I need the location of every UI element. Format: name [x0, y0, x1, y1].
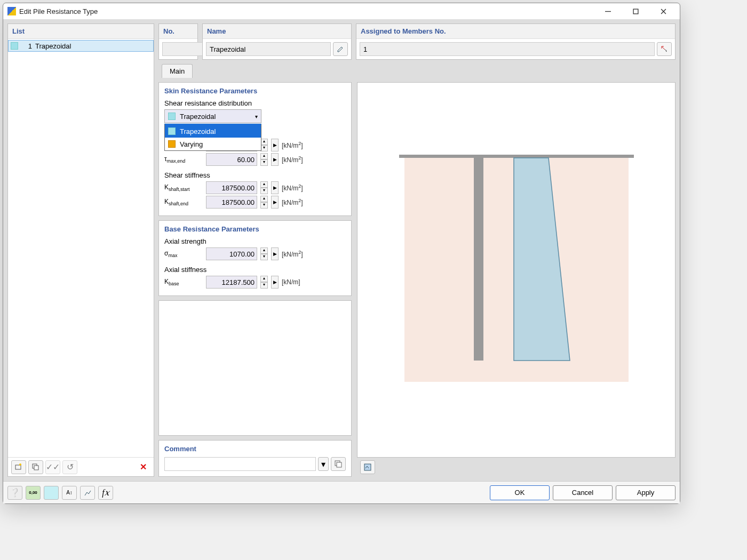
apply-button[interactable]: Apply [616, 485, 676, 500]
kshaft-start-input[interactable] [206, 181, 257, 194]
unit-label: [kN/m2] [282, 250, 303, 258]
chevron-down-icon: ▾ [255, 114, 258, 119]
window-title: Edit Pile Resistance Type [19, 7, 98, 15]
distribution-selected: Trapezoidal [180, 113, 216, 121]
bottom-toolbar: ❔ 0,00 A↕ f𝑥 OK Cancel Apply [3, 481, 680, 503]
units-button[interactable]: 0,00 [26, 486, 41, 500]
dist-label: Shear resistance distribution [164, 99, 346, 107]
reset-button[interactable]: ↺ [62, 460, 77, 474]
spinner[interactable]: ▲▼ [260, 153, 268, 166]
axial-strength-label: Axial strength [164, 237, 346, 245]
spinner[interactable]: ▲▼ [260, 196, 268, 209]
preview-viewport[interactable] [357, 82, 676, 458]
unit-label: [kN/m] [282, 278, 300, 286]
step-button[interactable]: ▶ [271, 181, 279, 194]
sigma-max-row: σmax ▲▼ ▶ [kN/m2] [164, 247, 346, 260]
svg-point-5 [19, 463, 21, 466]
maximize-button[interactable] [623, 3, 648, 19]
ok-button[interactable]: OK [490, 485, 550, 500]
base-group-title: Base Resistance Parameters [164, 225, 346, 233]
minimize-button[interactable] [595, 3, 620, 19]
step-button[interactable]: ▶ [271, 139, 279, 151]
edit-name-button[interactable] [333, 42, 348, 56]
name-input[interactable] [206, 42, 331, 56]
list-toolbar: ✓✓ ↺ ✕ [8, 457, 154, 476]
delete-icon: ✕ [140, 462, 147, 472]
delete-button[interactable]: ✕ [136, 460, 150, 474]
distribution-dropdown[interactable]: Trapezoidal ▾ [164, 109, 261, 123]
step-button[interactable]: ▶ [271, 153, 279, 166]
distribution-option-trapezoidal[interactable]: Trapezoidal [165, 125, 261, 138]
spinner[interactable]: ▲▼ [260, 247, 268, 260]
name-header: Name [203, 24, 351, 39]
svg-rect-1 [633, 9, 638, 14]
color-swatch-icon [168, 140, 176, 148]
preview-settings-button[interactable] [360, 460, 375, 474]
cancel-button[interactable]: Cancel [553, 485, 613, 500]
new-item-button[interactable] [11, 460, 26, 474]
svg-rect-11 [399, 155, 634, 158]
distribution-option-varying[interactable]: Varying [165, 138, 261, 150]
help-button[interactable]: ❔ [7, 486, 22, 500]
step-button[interactable]: ▶ [271, 276, 279, 289]
tmax-end-label: τmax,end [164, 155, 203, 164]
sigma-max-input[interactable] [206, 247, 257, 260]
pile-diagram-icon [399, 147, 634, 393]
list-body[interactable]: 1 Trapezoidal [8, 39, 154, 457]
formula-button[interactable]: f𝑥 [98, 486, 113, 500]
svg-rect-12 [474, 158, 483, 361]
list-header: List [8, 24, 154, 39]
skin-group: Skin Resistance Parameters Shear resista… [158, 82, 352, 216]
comment-group: Comment ▾ [158, 440, 352, 477]
spinner[interactable]: ▲▼ [260, 276, 268, 289]
checklist-button[interactable]: ✓✓ [45, 460, 60, 474]
kbase-row: Kbase ▲▼ ▶ [kN/m] [164, 276, 346, 289]
dialog-window: Edit Pile Resistance Type List 1 Trapezo… [3, 3, 680, 504]
unit-label: [kN/m2] [282, 183, 303, 192]
assign-input[interactable] [360, 42, 655, 56]
tmax-end-input[interactable] [206, 153, 257, 166]
title-bar: Edit Pile Resistance Type [3, 3, 680, 19]
close-button[interactable] [651, 3, 676, 19]
unit-label: [kN/m2] [282, 198, 303, 206]
tab-main[interactable]: Main [162, 64, 193, 78]
kshaft-end-input[interactable] [206, 196, 257, 209]
comment-dropdown-button[interactable]: ▾ [318, 457, 329, 471]
list-item[interactable]: 1 Trapezoidal [8, 40, 154, 52]
spinner[interactable]: ▲▼ [260, 181, 268, 194]
assign-card: Assigned to Members No. [356, 23, 676, 60]
sigma-max-label: σmax [164, 250, 203, 258]
color-swatch-icon [168, 113, 176, 120]
kshaft-start-label: Kshaft,start [164, 183, 203, 192]
kbase-input[interactable] [206, 276, 257, 289]
chart-button[interactable] [80, 486, 95, 500]
pick-members-button[interactable] [657, 42, 672, 56]
copy-item-button[interactable] [28, 460, 43, 474]
step-button[interactable]: ▶ [271, 196, 279, 209]
comment-library-button[interactable] [331, 457, 346, 471]
unit-label: [kN/m2] [282, 141, 303, 149]
svg-rect-7 [34, 466, 38, 470]
spacer-group [158, 300, 352, 436]
skin-group-title: Skin Resistance Parameters [164, 87, 346, 95]
comment-title: Comment [164, 445, 346, 453]
font-button[interactable]: A↕ [62, 486, 77, 500]
color-button[interactable] [44, 486, 59, 500]
list-item-label: Trapezoidal [35, 42, 71, 50]
tab-strip: Main [158, 64, 676, 78]
kbase-label: Kbase [164, 278, 203, 286]
tmax-end-row: τmax,end ▲▼ ▶ [kN/m2] [164, 153, 346, 166]
svg-rect-4 [15, 465, 21, 469]
comment-input[interactable] [164, 457, 316, 471]
shear-stiffness-label: Shear stiffness [164, 171, 346, 179]
preview-toolbar [357, 458, 676, 477]
app-icon [7, 7, 16, 15]
no-header: No. [159, 24, 197, 39]
step-button[interactable]: ▶ [271, 247, 279, 260]
axial-stiffness-label: Axial stiffness [164, 266, 346, 274]
color-swatch-icon [11, 42, 18, 50]
spinner[interactable]: ▲▼ [260, 139, 268, 151]
base-group: Base Resistance Parameters Axial strengt… [158, 220, 352, 296]
list-item-index: 1 [22, 42, 32, 50]
unit-label: [kN/m2] [282, 155, 303, 164]
